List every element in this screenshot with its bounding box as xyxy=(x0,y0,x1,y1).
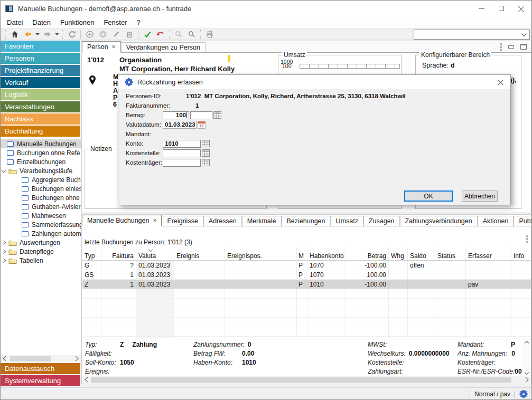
tab[interactable]: Merkmale × xyxy=(242,216,282,226)
panel-options-icon[interactable] xyxy=(500,43,502,51)
tab[interactable]: Publikationen × xyxy=(514,216,532,226)
tree-item[interactable]: Buchungen einlese xyxy=(1,184,81,193)
toolbar-grip[interactable] xyxy=(200,30,201,39)
forward-icon[interactable] xyxy=(41,29,54,40)
chevron-right-icon[interactable] xyxy=(2,240,6,244)
detail-vertical-scrollbar[interactable] xyxy=(523,339,530,376)
tab[interactable]: Zahlungsverbindungen × xyxy=(400,216,478,226)
menu-item[interactable]: Datei xyxy=(2,17,27,27)
column-header[interactable]: M xyxy=(297,247,307,260)
close-button[interactable] xyxy=(511,1,531,16)
menu-item[interactable]: Funktionen xyxy=(55,17,99,27)
scroll-right-icon[interactable] xyxy=(73,356,79,361)
scroll-up-icon[interactable] xyxy=(525,341,529,345)
tree-item[interactable]: Aggregierte Buchu xyxy=(1,175,81,184)
maximize-button[interactable] xyxy=(491,1,511,16)
column-header[interactable]: Erfasser xyxy=(466,247,511,260)
sidebar-section[interactable]: Systemverwaltung xyxy=(1,375,80,386)
sidebar-section[interactable]: Verkauf xyxy=(1,77,80,88)
detail-horizontal-scrollbar[interactable] xyxy=(82,376,531,384)
column-header[interactable]: Ereignis xyxy=(174,247,225,260)
chevron-right-icon[interactable] xyxy=(2,258,6,262)
field-input[interactable]: 01.03.2023 xyxy=(163,121,197,129)
column-header[interactable]: Saldo xyxy=(408,247,435,260)
tab[interactable]: Verdankungen zu Person × xyxy=(121,42,206,52)
chevron-right-icon[interactable] xyxy=(2,249,6,253)
scrollbar-thumb[interactable] xyxy=(91,377,511,383)
table-row[interactable]: Z101.03.2023P1010-100.00pav xyxy=(82,280,531,289)
settings-gear-icon[interactable] xyxy=(519,390,527,398)
dialog-close-icon[interactable] xyxy=(498,79,503,85)
print-icon[interactable] xyxy=(203,29,216,40)
panel-options-icon[interactable] xyxy=(526,235,528,243)
menu-item[interactable]: Daten xyxy=(27,17,55,27)
tab[interactable]: Aktionen × xyxy=(478,216,514,226)
tree-item[interactable]: Sammelerfassung S xyxy=(1,220,81,229)
confirm-icon[interactable] xyxy=(141,29,154,40)
column-header[interactable]: Ereignispos. xyxy=(225,247,297,260)
tab[interactable]: Zusagen × xyxy=(363,216,400,226)
scrollbar-thumb[interactable] xyxy=(10,356,51,361)
tab[interactable]: Manuelle Buchungen × xyxy=(82,215,162,226)
lookup-grid-icon[interactable] xyxy=(202,149,210,157)
calendar-icon[interactable]: 15 xyxy=(198,121,206,129)
tree-item[interactable]: Verarbeitungsläufe xyxy=(1,166,81,175)
tree-item[interactable]: Buchungen ohne R xyxy=(1,193,81,202)
field-input[interactable] xyxy=(163,159,201,167)
column-header[interactable]: Habenkonto xyxy=(307,247,346,260)
undo-icon[interactable] xyxy=(154,29,167,40)
column-header[interactable]: Typ xyxy=(82,247,101,260)
tree-item[interactable]: Datenpflege xyxy=(1,247,81,256)
search-secondary-icon[interactable] xyxy=(185,29,198,40)
field-input-secondary[interactable] xyxy=(190,111,212,119)
column-header[interactable]: Status xyxy=(435,247,466,260)
refresh-icon[interactable] xyxy=(65,29,78,40)
column-header[interactable]: Betrag xyxy=(346,247,389,260)
chevron-down-icon[interactable] xyxy=(2,168,6,172)
tab-close-icon[interactable]: × xyxy=(112,43,116,51)
tree-item[interactable]: Auswertungen xyxy=(1,238,81,247)
tree-item[interactable]: Manuelle Buchungen xyxy=(1,139,81,148)
search-icon[interactable] xyxy=(172,29,185,40)
tab[interactable]: Umsatz × xyxy=(331,216,363,226)
tree-item[interactable]: Buchungen ohne Refe xyxy=(1,148,81,157)
tab[interactable]: Adressen × xyxy=(203,216,242,226)
lookup-grid-icon[interactable] xyxy=(202,140,210,147)
scroll-right-icon[interactable] xyxy=(524,377,529,383)
toolbar-grip[interactable] xyxy=(413,30,413,39)
lookup-grid-icon[interactable] xyxy=(202,159,210,166)
tree-item[interactable]: Mahnwesen xyxy=(1,211,81,220)
cancel-button[interactable]: Abbrechen xyxy=(462,191,498,202)
tree-item[interactable]: Tabellen xyxy=(1,256,81,265)
column-header[interactable]: Faktura xyxy=(101,247,136,260)
tab[interactable]: Ereignisse × xyxy=(162,216,203,226)
back-icon[interactable] xyxy=(21,29,34,40)
tree-item[interactable]: Guthaben-Avisieru xyxy=(1,202,81,211)
add-icon[interactable] xyxy=(83,29,96,40)
scroll-left-icon[interactable] xyxy=(3,356,8,361)
sidebar-section[interactable]: Logistik xyxy=(1,89,80,100)
menu-item[interactable]: ? xyxy=(132,17,145,27)
toolbar-grip[interactable] xyxy=(5,30,6,39)
quick-search-combobox[interactable] xyxy=(414,30,530,40)
sidebar-section[interactable]: Datenaustausch xyxy=(1,363,80,374)
toolbar-grip[interactable] xyxy=(169,30,170,39)
edit-icon[interactable] xyxy=(109,29,123,40)
tree-item[interactable]: Zahlungen automat xyxy=(1,229,81,238)
sidebar-section[interactable]: Personen xyxy=(1,53,80,64)
delete-icon[interactable] xyxy=(123,29,136,40)
minimize-button[interactable] xyxy=(471,1,491,16)
panel-minimize-icon[interactable] xyxy=(508,45,514,49)
field-input[interactable] xyxy=(163,149,201,157)
home-icon[interactable] xyxy=(8,29,21,40)
column-header[interactable]: Valuta xyxy=(136,247,174,260)
ok-button[interactable]: OK xyxy=(404,191,453,202)
field-input[interactable]: 1010 xyxy=(163,140,201,148)
table-row[interactable]: G?01.03.2023P1070-100.00offen xyxy=(82,261,531,270)
tree-item[interactable]: Einzelbuchungen xyxy=(1,157,81,166)
tab-close-icon[interactable]: × xyxy=(153,217,156,224)
sidebar-section[interactable]: Veranstaltungen xyxy=(1,101,80,112)
scroll-left-icon[interactable] xyxy=(85,377,90,383)
forward-dropdown-icon[interactable] xyxy=(55,33,59,35)
scroll-down-icon[interactable] xyxy=(525,370,529,375)
